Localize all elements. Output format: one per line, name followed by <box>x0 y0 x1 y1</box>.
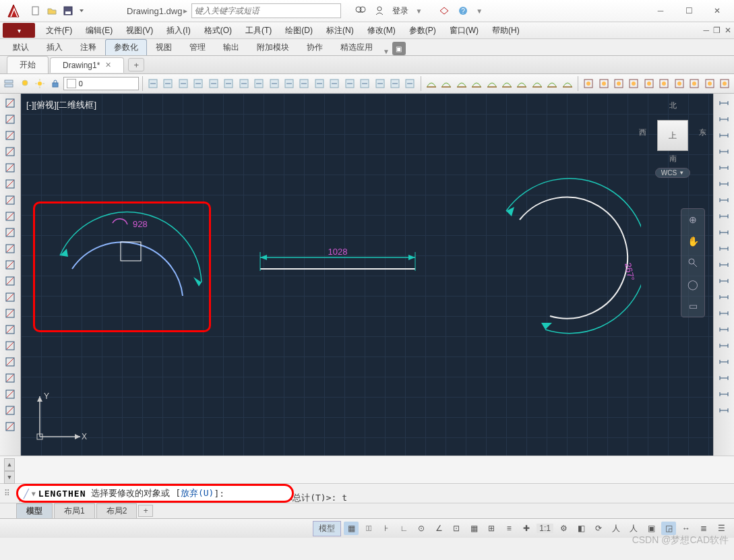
viewport-label[interactable]: [-][俯视][二维线框] <box>26 99 96 111</box>
cube-icon[interactable] <box>3 420 17 433</box>
viewcube-west[interactable]: 西 <box>639 127 646 137</box>
status-btn[interactable]: ≣ <box>696 522 711 535</box>
status-btn[interactable]: ▣ <box>644 522 659 535</box>
centermark-icon[interactable] <box>717 290 731 304</box>
sym-icon[interactable] <box>3 404 17 417</box>
nav-orbit-icon[interactable]: ◯ <box>685 276 701 292</box>
title-dropdown-icon[interactable]: ▸ <box>183 6 187 15</box>
command-line[interactable]: ╱ ▼ LENGTHEN 选择要修改的对象或 [ 放弃(U) ]: <box>16 484 294 503</box>
toolbar-button[interactable] <box>439 76 453 91</box>
menu-edit[interactable]: 编辑(E) <box>79 23 119 38</box>
status-btn[interactable]: ⊙ <box>414 522 429 535</box>
cmd-option[interactable]: 放弃(U) <box>181 487 214 499</box>
minimize-icon[interactable]: ─ <box>646 1 675 20</box>
layer-properties-icon[interactable] <box>3 76 16 91</box>
tab-close-icon[interactable]: ✕ <box>105 61 111 69</box>
menu-draw[interactable]: 绘图(D) <box>278 23 319 38</box>
toolbar-button[interactable] <box>267 76 280 91</box>
dim-continue-icon[interactable] <box>717 226 731 239</box>
open-icon[interactable] <box>44 3 59 18</box>
toolbar-button[interactable] <box>673 76 686 91</box>
layer-combo[interactable]: 0 <box>63 77 139 90</box>
menu-tools[interactable]: 工具(T) <box>239 23 278 38</box>
toolbar-button[interactable] <box>500 76 514 91</box>
viewcube-face[interactable]: 上 <box>657 120 688 151</box>
toolbar-button[interactable] <box>612 76 625 91</box>
status-btn[interactable]: ⊞ <box>484 522 499 535</box>
app-menu-button[interactable]: ▾ <box>3 23 35 38</box>
toolbar-button[interactable] <box>207 76 220 91</box>
menu-help[interactable]: 帮助(H) <box>485 23 526 38</box>
cmdline-handle-icon[interactable]: ⠿ <box>4 489 10 498</box>
toolbar-button[interactable] <box>297 76 311 91</box>
dim-update-icon[interactable] <box>717 371 731 385</box>
doc-close-icon[interactable]: ✕ <box>725 26 731 35</box>
toolbar-button[interactable] <box>282 76 296 91</box>
toolbar-button[interactable] <box>597 76 610 91</box>
toolbar-button[interactable] <box>328 76 341 91</box>
toolbar-button[interactable] <box>388 76 402 91</box>
jogged-icon[interactable] <box>717 323 731 336</box>
rotate-icon[interactable] <box>3 210 17 223</box>
command-history[interactable]: ▲▼ 选择要测量的对象或 [增量(DE)/百分比(P)/总计(T)/动态(DY)… <box>0 456 734 484</box>
toolbar-button[interactable] <box>561 76 574 91</box>
toolbar-button[interactable] <box>425 76 438 91</box>
dim-style-icon[interactable] <box>717 387 731 401</box>
tab-view[interactable]: 视图 <box>147 39 181 55</box>
dim-radius-icon[interactable] <box>717 145 731 158</box>
toolbar-button[interactable] <box>642 76 656 91</box>
file-tab-start[interactable]: 开始 <box>7 56 49 73</box>
toolbar-button[interactable] <box>582 76 595 91</box>
toolbar-button[interactable] <box>252 76 266 91</box>
file-tab-drawing1[interactable]: Drawing1*✕ <box>50 57 124 73</box>
dim-angular-icon[interactable] <box>717 177 731 191</box>
toolbar-button[interactable] <box>343 76 357 91</box>
nav-zoom-icon[interactable] <box>685 255 701 271</box>
cmd-scroll[interactable]: ▲▼ <box>4 458 15 477</box>
menu-format[interactable]: 格式(O) <box>197 23 239 38</box>
menu-file[interactable]: 文件(F) <box>39 23 79 38</box>
signin-icon[interactable] <box>373 5 386 17</box>
status-btn[interactable]: ▦ <box>466 522 481 535</box>
insert-icon[interactable] <box>3 307 17 320</box>
toolbar-button[interactable] <box>545 76 559 91</box>
toolbar-button[interactable] <box>470 76 483 91</box>
mirror-icon[interactable] <box>3 145 17 158</box>
dim-linear-icon[interactable] <box>717 96 731 110</box>
status-btn[interactable]: 人 <box>626 522 641 535</box>
layer-bulb-icon[interactable] <box>18 76 31 91</box>
tab-featured[interactable]: 精选应用 <box>332 39 381 55</box>
login-label[interactable]: 登录 <box>392 5 408 17</box>
status-btn[interactable]: ∟ <box>396 522 411 535</box>
status-menu-icon[interactable]: ☰ <box>714 522 729 535</box>
status-btn[interactable]: ⟳ <box>591 522 606 535</box>
offset-icon[interactable] <box>3 290 17 304</box>
dim-quick-icon[interactable] <box>717 193 731 207</box>
toolbar-button[interactable] <box>718 76 731 91</box>
exchange-icon[interactable] <box>438 5 450 17</box>
horiz-icon[interactable] <box>3 129 17 142</box>
toolbar-button[interactable] <box>237 76 250 91</box>
status-btn[interactable]: ◧ <box>574 522 588 535</box>
inspect-icon[interactable] <box>717 307 731 320</box>
maximize-icon[interactable]: ☐ <box>675 1 703 20</box>
help-icon[interactable]: ? <box>457 5 469 17</box>
leader-icon[interactable] <box>3 339 17 352</box>
status-btn[interactable]: 人 <box>609 522 623 535</box>
toolbar-button[interactable] <box>455 76 468 91</box>
new-file-tab[interactable]: + <box>128 58 144 71</box>
viewcube-north[interactable]: 北 <box>639 100 706 111</box>
perp-icon[interactable] <box>3 113 17 126</box>
toolbar-button[interactable] <box>530 76 544 91</box>
geom-icon[interactable] <box>3 96 17 110</box>
tolerance-icon[interactable] <box>717 274 731 288</box>
arc-icon[interactable] <box>3 371 17 385</box>
new-icon[interactable] <box>28 3 43 18</box>
login-dropdown-icon[interactable]: ▼ <box>415 7 422 15</box>
magnet-icon[interactable] <box>3 274 17 288</box>
layer-lock-icon[interactable] <box>48 76 61 91</box>
menu-dim[interactable]: 标注(N) <box>319 23 361 38</box>
layer-sun-icon[interactable] <box>33 76 47 91</box>
toolbar-button[interactable] <box>687 76 701 91</box>
status-gear-icon[interactable]: ⚙ <box>556 522 571 535</box>
